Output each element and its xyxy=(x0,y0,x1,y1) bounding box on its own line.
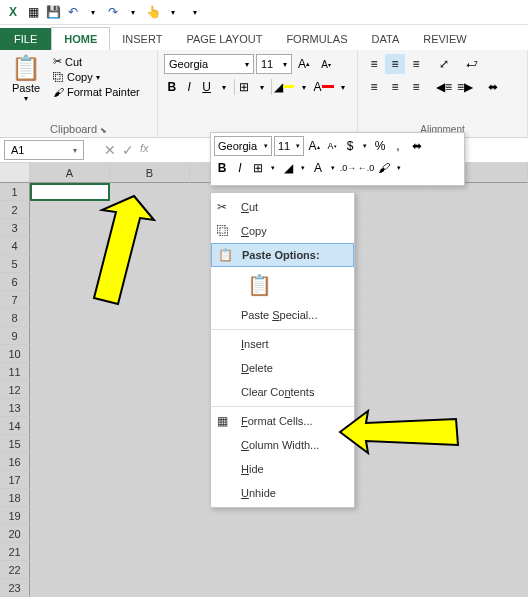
cell[interactable] xyxy=(350,345,430,363)
font-color-button[interactable]: A xyxy=(310,158,326,178)
dropdown-icon[interactable]: ▾ xyxy=(24,94,28,103)
col-header[interactable]: A xyxy=(30,163,110,183)
cell[interactable] xyxy=(110,381,190,399)
cell[interactable] xyxy=(350,525,430,543)
cell[interactable] xyxy=(110,453,190,471)
cell[interactable] xyxy=(110,219,190,237)
decrease-font-icon[interactable]: A▾ xyxy=(316,54,336,74)
cell[interactable] xyxy=(350,453,430,471)
cell[interactable] xyxy=(270,579,350,597)
cell[interactable] xyxy=(190,525,270,543)
cell[interactable] xyxy=(190,543,270,561)
cell[interactable] xyxy=(430,525,528,543)
cell[interactable] xyxy=(350,237,430,255)
cell[interactable] xyxy=(30,471,110,489)
cell[interactable] xyxy=(110,507,190,525)
cell[interactable] xyxy=(270,525,350,543)
format-painter-button[interactable]: 🖌Format Painter xyxy=(50,85,143,99)
cell[interactable] xyxy=(110,417,190,435)
cell[interactable] xyxy=(430,453,528,471)
cell[interactable] xyxy=(30,291,110,309)
align-right-icon[interactable]: ≡ xyxy=(406,77,426,97)
merge-icon[interactable]: ⬌ xyxy=(483,77,503,97)
cell[interactable] xyxy=(110,255,190,273)
mini-size-select[interactable]: 11▾ xyxy=(274,136,304,156)
cell[interactable] xyxy=(430,399,528,417)
increase-font-icon[interactable]: A▴ xyxy=(306,136,322,156)
cell[interactable] xyxy=(30,345,110,363)
cell[interactable] xyxy=(350,471,430,489)
cell[interactable] xyxy=(270,507,350,525)
ctx-delete[interactable]: Delete xyxy=(211,356,354,380)
tab-home[interactable]: HOME xyxy=(51,27,110,50)
row-header[interactable]: 6 xyxy=(0,273,30,291)
mini-font-select[interactable]: Georgia▾ xyxy=(214,136,272,156)
align-bottom-icon[interactable]: ≡ xyxy=(406,54,426,74)
tab-page-layout[interactable]: PAGE LAYOUT xyxy=(174,28,274,50)
cell[interactable] xyxy=(30,309,110,327)
cell[interactable] xyxy=(350,219,430,237)
bold-button[interactable]: B xyxy=(214,158,230,178)
tab-formulas[interactable]: FORMULAS xyxy=(274,28,359,50)
cell[interactable] xyxy=(110,435,190,453)
dropdown-icon[interactable]: ▾ xyxy=(254,77,269,97)
customize-qat-icon[interactable]: ▾ xyxy=(186,3,204,21)
row-header[interactable]: 17 xyxy=(0,471,30,489)
cell[interactable] xyxy=(350,291,430,309)
cell[interactable] xyxy=(350,201,430,219)
row-header[interactable]: 12 xyxy=(0,381,30,399)
cell[interactable] xyxy=(430,435,528,453)
ctx-cut[interactable]: ✂Cut xyxy=(211,195,354,219)
row-header[interactable]: 10 xyxy=(0,345,30,363)
ctx-paste-options[interactable]: 📋Paste Options: xyxy=(211,243,354,267)
cell[interactable] xyxy=(350,579,430,597)
cell[interactable] xyxy=(190,579,270,597)
cell[interactable] xyxy=(350,543,430,561)
cell[interactable] xyxy=(30,399,110,417)
cell[interactable] xyxy=(430,327,528,345)
cancel-icon[interactable]: ✕ xyxy=(104,142,116,158)
dropdown-icon[interactable]: ▾ xyxy=(336,77,351,97)
cell[interactable] xyxy=(110,327,190,345)
cell[interactable] xyxy=(30,543,110,561)
cell[interactable] xyxy=(110,363,190,381)
cell[interactable] xyxy=(30,417,110,435)
cell[interactable] xyxy=(430,291,528,309)
merge-icon[interactable]: ⬌ xyxy=(408,136,426,156)
ctx-paste-special[interactable]: Paste Special... xyxy=(211,303,354,327)
tab-insert[interactable]: INSERT xyxy=(110,28,174,50)
cell[interactable] xyxy=(30,435,110,453)
decrease-decimal-icon[interactable]: ←.0 xyxy=(358,158,374,178)
cell[interactable] xyxy=(430,237,528,255)
dropdown-icon[interactable]: ▾ xyxy=(296,77,311,97)
wrap-text-icon[interactable]: ⮐ xyxy=(462,54,482,74)
row-header[interactable]: 15 xyxy=(0,435,30,453)
row-header[interactable]: 4 xyxy=(0,237,30,255)
fill-color-button[interactable]: ◢ xyxy=(280,158,296,178)
border-button[interactable]: ⊞ xyxy=(250,158,266,178)
cell[interactable] xyxy=(30,381,110,399)
ctx-paste-icon-row[interactable]: 📋 xyxy=(211,267,354,303)
row-header[interactable]: 2 xyxy=(0,201,30,219)
currency-icon[interactable]: $ xyxy=(342,136,358,156)
cell[interactable] xyxy=(30,363,110,381)
cell[interactable] xyxy=(30,201,110,219)
row-header[interactable]: 9 xyxy=(0,327,30,345)
cell[interactable] xyxy=(430,561,528,579)
dropdown-icon[interactable]: ▾ xyxy=(268,158,278,178)
dropdown-icon[interactable]: ▾ xyxy=(394,158,404,178)
row-header[interactable]: 18 xyxy=(0,489,30,507)
cell[interactable] xyxy=(190,561,270,579)
cell[interactable] xyxy=(110,561,190,579)
select-all-corner[interactable] xyxy=(0,163,30,183)
tab-file[interactable]: FILE xyxy=(0,28,51,50)
increase-indent-icon[interactable]: ≡▶ xyxy=(455,77,475,97)
cell[interactable] xyxy=(30,453,110,471)
font-select[interactable]: Georgia▾ xyxy=(164,54,254,74)
cell[interactable] xyxy=(350,363,430,381)
cell[interactable] xyxy=(350,561,430,579)
cell[interactable] xyxy=(430,273,528,291)
cell[interactable] xyxy=(110,309,190,327)
dropdown-icon[interactable]: ▾ xyxy=(164,3,182,21)
cell[interactable] xyxy=(110,579,190,597)
